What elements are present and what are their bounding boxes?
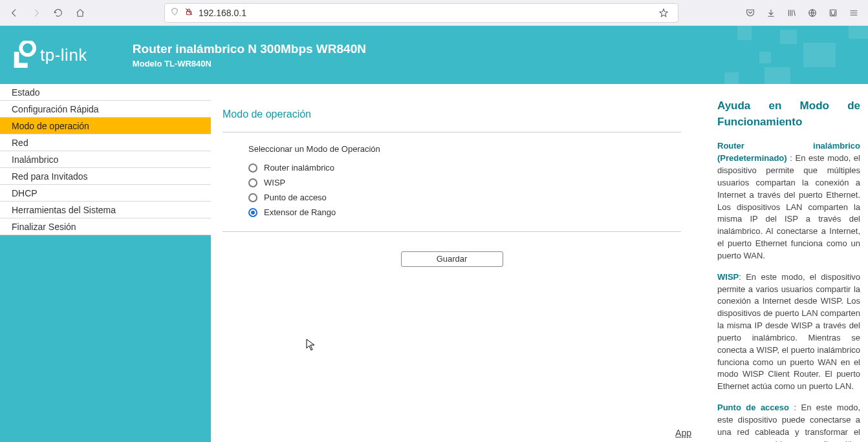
toolbar-right-group bbox=[741, 4, 863, 22]
operation-mode-form: Seleccionar un Modo de Operación Router … bbox=[222, 144, 681, 220]
sidebar-item-red[interactable]: Red bbox=[0, 134, 211, 151]
help-title: Ayuda en Modo de Funcionamiento bbox=[717, 98, 860, 130]
sidebar-item-finalizar[interactable]: Finalizar Sesión bbox=[0, 218, 211, 235]
sidebar-item-label: Red bbox=[12, 138, 28, 148]
page-title: Modo de operación bbox=[222, 109, 681, 132]
help-body: : En este modo, el dispositivo permite a… bbox=[717, 272, 860, 392]
help-paragraph-router: Router inalámbrico (Predeterminado) : En… bbox=[717, 140, 860, 262]
radio-label: Extensor de Rango bbox=[264, 207, 336, 217]
banner-decor bbox=[700, 26, 868, 84]
help-body: : En este modo, el dispositivo permite q… bbox=[717, 153, 860, 260]
pocket-icon[interactable] bbox=[741, 4, 759, 22]
sidebar-item-label: Red para Invitados bbox=[12, 171, 88, 182]
browser-toolbar: 192.168.0.1 bbox=[0, 0, 868, 26]
download-icon[interactable] bbox=[762, 4, 780, 22]
sidebar-item-herramientas[interactable]: Herramientas del Sistema bbox=[0, 202, 211, 218]
sidebar-item-label: Modo de operación bbox=[12, 121, 89, 131]
footer-app-link[interactable]: App bbox=[675, 428, 691, 438]
help-term: WISP bbox=[717, 272, 739, 282]
url-bar[interactable]: 192.168.0.1 bbox=[164, 3, 678, 23]
sidebar-item-label: Estado bbox=[12, 87, 40, 98]
reload-button[interactable] bbox=[49, 4, 67, 22]
sidebar-item-modo-operacion[interactable]: Modo de operación bbox=[0, 118, 211, 134]
ublock-icon[interactable] bbox=[824, 4, 842, 22]
globe-icon[interactable] bbox=[803, 4, 821, 22]
title-block: Router inalámbrico N 300Mbps WR840N Mode… bbox=[133, 42, 366, 68]
sidebar-item-red-invitados[interactable]: Red para Invitados bbox=[0, 168, 211, 185]
radio-label: Punto de acceso bbox=[264, 193, 327, 202]
logo: tp-link bbox=[12, 41, 87, 69]
content-pane: Modo de operación Seleccionar un Modo de… bbox=[211, 84, 707, 442]
help-paragraph-wisp: WISP: En este modo, el dispositivo permi… bbox=[717, 271, 860, 393]
help-pane: Ayuda en Modo de Funcionamiento Router i… bbox=[707, 84, 868, 442]
logo-mark-icon bbox=[12, 41, 36, 69]
sidebar-item-label: Herramientas del Sistema bbox=[12, 205, 116, 215]
radio-label: Router inalámbrico bbox=[264, 163, 334, 173]
router-model: Modelo TL-WR840N bbox=[133, 59, 366, 68]
lock-slash-icon bbox=[184, 7, 193, 18]
radio-icon bbox=[248, 163, 257, 173]
sidebar-item-dhcp[interactable]: DHCP bbox=[0, 185, 211, 202]
sidebar: Estado Configuración Rápida Modo de oper… bbox=[0, 84, 211, 442]
radio-extensor-rango[interactable]: Extensor de Rango bbox=[248, 205, 681, 220]
sidebar-item-estado[interactable]: Estado bbox=[0, 84, 211, 101]
bookmark-star-icon[interactable] bbox=[655, 4, 673, 22]
router-title: Router inalámbrico N 300Mbps WR840N bbox=[133, 42, 366, 56]
help-paragraph-ap: Punto de acceso : En este modo, este dis… bbox=[717, 402, 860, 442]
shield-icon bbox=[170, 7, 179, 18]
back-button[interactable] bbox=[5, 4, 23, 22]
svg-point-3 bbox=[21, 41, 34, 55]
sidebar-item-label: Configuración Rápida bbox=[12, 104, 99, 114]
help-term: Punto de acceso bbox=[717, 403, 789, 412]
url-text: 192.168.0.1 bbox=[199, 8, 649, 18]
library-icon[interactable] bbox=[783, 4, 801, 22]
form-label: Seleccionar un Modo de Operación bbox=[248, 144, 681, 154]
radio-icon bbox=[248, 193, 257, 202]
logo-text: tp-link bbox=[40, 45, 87, 65]
header-banner: tp-link Router inalámbrico N 300Mbps WR8… bbox=[0, 26, 868, 84]
save-button[interactable]: Guardar bbox=[401, 251, 503, 267]
menu-button[interactable] bbox=[845, 4, 863, 22]
main-columns: Estado Configuración Rápida Modo de oper… bbox=[0, 84, 868, 442]
radio-wisp[interactable]: WISP bbox=[248, 175, 681, 190]
home-button[interactable] bbox=[71, 4, 89, 22]
radio-router-inalambrico[interactable]: Router inalámbrico bbox=[248, 160, 681, 175]
radio-label: WISP bbox=[264, 178, 285, 187]
radio-icon bbox=[248, 178, 257, 187]
radio-punto-acceso[interactable]: Punto de acceso bbox=[248, 190, 681, 205]
sidebar-item-inalambrico[interactable]: Inalámbrico bbox=[0, 151, 211, 168]
svg-rect-5 bbox=[14, 63, 28, 68]
forward-button[interactable] bbox=[27, 4, 45, 22]
sidebar-item-label: Inalámbrico bbox=[12, 154, 58, 165]
sidebar-item-config-rapida[interactable]: Configuración Rápida bbox=[0, 101, 211, 118]
sidebar-item-label: DHCP bbox=[12, 188, 38, 198]
sidebar-item-label: Finalizar Sesión bbox=[12, 222, 76, 232]
radio-icon bbox=[248, 208, 257, 217]
